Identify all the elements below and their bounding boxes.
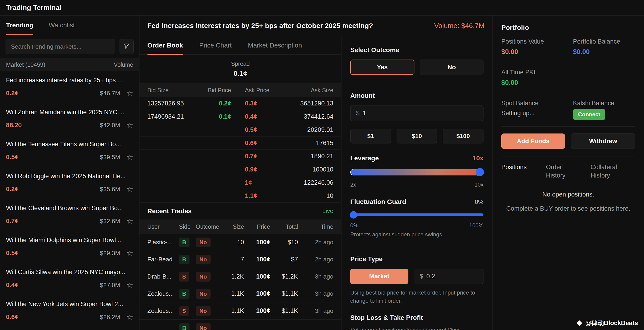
order-book-row[interactable]: 1¢ 122246.06 — [140, 176, 341, 189]
currency-prefix: $ — [356, 110, 360, 117]
fluctuation-guard-label: Fluctuation Guard — [350, 198, 406, 206]
blockbeats-logo-icon: ❖ — [576, 319, 582, 327]
column-bid-price: Bid Price — [196, 87, 231, 94]
side-badge: B — [179, 238, 190, 247]
star-icon[interactable]: ☆ — [126, 90, 133, 97]
price-type-label: Price Type — [350, 256, 484, 263]
search-row — [0, 35, 139, 58]
order-book-row[interactable]: 0.7¢ 1890.21 — [140, 150, 341, 163]
market-list-item[interactable]: Will Rob Riggle win the 2025 National He… — [0, 167, 139, 199]
add-funds-button[interactable]: Add Funds — [501, 134, 565, 149]
quick-amount-100-button[interactable]: $100 — [443, 128, 484, 144]
watermark-text: @律动BlockBeats — [586, 319, 638, 327]
star-icon[interactable]: ☆ — [126, 249, 133, 257]
trade-time: 2h ago — [298, 239, 333, 246]
amount-input[interactable]: $ 1 — [350, 105, 484, 121]
trade-total: $7 — [270, 256, 298, 263]
star-icon[interactable]: ☆ — [126, 313, 133, 321]
divider — [501, 62, 635, 62]
market-list-item[interactable]: Will Zohran Mamdani win the 2025 NYC ...… — [0, 103, 139, 135]
market-list-item[interactable]: Will the New York Jets win Super Bowl 2.… — [0, 295, 139, 327]
tab-trending[interactable]: Trending — [6, 16, 33, 35]
order-book-row[interactable]: 0.5¢ 20209.01 — [140, 123, 341, 136]
ask-size: 1890.21 — [281, 153, 333, 160]
market-price: 0.5¢ — [6, 250, 18, 257]
outcome-yes-button[interactable]: Yes — [350, 60, 414, 75]
column-total: Total — [270, 224, 298, 230]
trade-size: 7 — [226, 256, 244, 263]
ask-size: 17615 — [281, 140, 333, 147]
leverage-slider[interactable] — [350, 169, 484, 176]
market-volume: $39.5M — [100, 154, 120, 161]
star-icon[interactable]: ☆ — [126, 186, 133, 193]
spot-balance-label: Spot Balance — [501, 100, 573, 107]
search-input[interactable] — [6, 39, 115, 54]
column-price: Price — [244, 224, 270, 230]
quick-amount-10-button[interactable]: $10 — [396, 128, 437, 144]
order-book-row[interactable]: 17496934.21 0.1¢ 0.4¢ 374412.64 — [140, 110, 341, 123]
empty-state-title: No open positions. — [501, 191, 635, 198]
market-volume: $32.6M — [100, 218, 120, 225]
side-badge: B — [179, 255, 190, 264]
fluctuation-guard-value: 0% — [475, 198, 484, 206]
market-volume: $27.0M — [100, 282, 120, 289]
ask-price: 1.1¢ — [231, 192, 281, 200]
tab-watchlist[interactable]: Watchlist — [49, 16, 75, 35]
tab-order-book[interactable]: Order Book — [147, 36, 183, 54]
connect-button[interactable]: Connect — [573, 109, 605, 120]
trade-row: Drab-B... S No 1.2K 100¢ $1.2K 3h ago — [140, 268, 341, 285]
market-price: 0.6¢ — [6, 314, 18, 321]
withdraw-button[interactable]: Withdraw — [571, 134, 635, 149]
trade-row: Far-Bead B No 7 100¢ $7 2h ago — [140, 251, 341, 268]
trade-row: Plastic-... B No 10 100¢ $10 2h ago — [140, 234, 341, 251]
fluctuation-slider[interactable] — [350, 214, 484, 216]
star-icon[interactable]: ☆ — [126, 122, 133, 129]
order-book-row[interactable]: 0.6¢ 17615 — [140, 136, 341, 150]
market-price: 0.5¢ — [6, 154, 18, 161]
ask-size: 374412.64 — [281, 113, 333, 120]
tab-order-history[interactable]: Order History — [546, 163, 591, 180]
stop-loss-take-profit-hint: Set automatic exit points based on profi… — [350, 326, 484, 330]
market-list-item[interactable]: Fed increases interest rates by 25+ bps … — [0, 71, 139, 103]
market-list-item[interactable]: Will the Cleveland Browns win Super Bo..… — [0, 199, 139, 231]
market-volume-total: Volume: $46.7M — [434, 22, 484, 30]
market-list-item[interactable]: Will the Miami Dolphins win Super Bowl .… — [0, 231, 139, 263]
outcome-no-button[interactable]: No — [420, 60, 484, 75]
outcome-badge: No — [196, 255, 210, 264]
fluctuation-hint: Protects against sudden price swings — [350, 230, 484, 239]
portfolio-balance-value: $0.00 — [573, 48, 635, 56]
order-book-row[interactable]: 1.1¢ 10 — [140, 189, 341, 202]
trade-panel: Select Outcome Yes No Amount $ 1 $1 $10 … — [342, 36, 492, 330]
fluctuation-slider-handle[interactable] — [350, 211, 357, 218]
star-icon[interactable]: ☆ — [126, 154, 133, 161]
market-price: 0.2¢ — [6, 186, 18, 193]
trade-size: 1.1K — [226, 307, 244, 314]
limit-price-input[interactable]: $ 0.2 — [414, 269, 484, 284]
main-layout: Trending Watchlist Market (10459) Volume… — [0, 16, 644, 330]
trade-price: 100¢ — [244, 273, 270, 280]
star-icon[interactable]: ☆ — [126, 281, 133, 289]
column-market: Market (10459) — [6, 62, 46, 68]
fluctuation-min-label: 0% — [350, 222, 358, 229]
market-list-item[interactable]: Will Curtis Sliwa win the 2025 NYC mayo.… — [0, 263, 139, 295]
divider — [501, 93, 635, 93]
leverage-slider-handle[interactable] — [476, 168, 484, 176]
quick-amount-1-button[interactable]: $1 — [350, 128, 391, 144]
tab-collateral-history[interactable]: Collateral History — [590, 163, 635, 180]
market-title: Fed increases interest rates by 25+ bps … — [6, 77, 133, 84]
trade-price: 100¢ — [244, 290, 270, 297]
trade-user: Drab-B... — [147, 273, 179, 280]
order-book-row[interactable]: 0.9¢ 100010 — [140, 163, 341, 176]
column-ask-size: Ask Size — [281, 87, 333, 94]
funnel-icon — [122, 42, 130, 51]
filter-button[interactable] — [119, 39, 134, 54]
market-list-item[interactable]: Will the Tennessee Titans win Super Bo..… — [0, 135, 139, 167]
side-badge: B — [179, 323, 190, 330]
recent-trades-header: Recent Trades Live — [140, 202, 341, 220]
tab-positions[interactable]: Positions — [501, 163, 546, 180]
tab-market-description[interactable]: Market Description — [248, 36, 302, 54]
order-book-row[interactable]: 13257826.95 0.2¢ 0.3¢ 3651290.13 — [140, 97, 341, 110]
star-icon[interactable]: ☆ — [126, 217, 133, 225]
market-order-button[interactable]: Market — [350, 269, 408, 284]
tab-price-chart[interactable]: Price Chart — [199, 36, 232, 54]
